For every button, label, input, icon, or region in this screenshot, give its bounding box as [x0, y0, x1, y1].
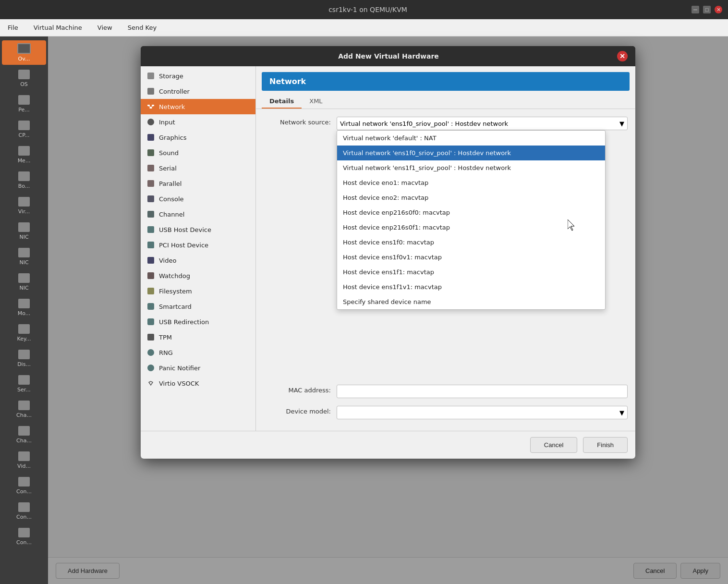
vm-sidebar-label: NIC [19, 234, 28, 240]
dropdown-option-4[interactable]: Host device eno2: macvtap [337, 190, 605, 205]
modal-sidebar-graphics[interactable]: Graphics [141, 130, 255, 145]
vm-sidebar-item-overview[interactable]: Ov... [2, 40, 46, 65]
mac-address-label: MAC address: [264, 385, 331, 394]
network-source-dropdown-list[interactable]: Virtual network 'default' : NAT Virtual … [337, 130, 606, 310]
network-source-value: Virtual network 'ens1f0_sriov_pool' : Ho… [340, 120, 508, 127]
vm-sidebar-item-boot[interactable]: Bo... [2, 169, 46, 192]
dropdown-option-1[interactable]: Virtual network 'ens1f0_sriov_pool' : Ho… [337, 146, 605, 160]
rng-icon [146, 348, 155, 357]
modal-sidebar-tpm[interactable]: TPM [141, 329, 255, 345]
content-area: Add Hardware Cancel Apply Add New Virtua… [48, 36, 728, 584]
modal-close-button[interactable]: ✕ [617, 51, 628, 61]
vm-sidebar-item-disk[interactable]: Dis... [2, 347, 46, 370]
device-model-dropdown[interactable]: ▼ [337, 406, 628, 419]
network-icon [146, 102, 155, 111]
input-icon [146, 118, 155, 126]
mac-address-input[interactable] [337, 385, 628, 398]
menu-virtual-machine[interactable]: Virtual Machine [30, 22, 86, 33]
modal-sidebar-usb-redirect[interactable]: USB Redirection [141, 314, 255, 329]
vm-sidebar-label: NIC [19, 259, 28, 266]
modal-cancel-button[interactable]: Cancel [530, 437, 577, 453]
modal-sidebar-parallel[interactable]: Parallel [141, 176, 255, 191]
modal-sidebar-network[interactable]: Network [141, 99, 255, 114]
dropdown-option-11[interactable]: Specify shared device name [337, 294, 605, 309]
vm-sidebar-label: NIC [19, 285, 28, 291]
modal-sidebar-virtio[interactable]: Virtio VSOCK [141, 376, 255, 391]
vm-sidebar-item-con1[interactable]: Con... [2, 474, 46, 498]
menu-send-key[interactable]: Send Key [124, 22, 160, 33]
vm-sidebar-item-keyboard[interactable]: Key... [2, 321, 46, 345]
pci-host-icon [146, 241, 155, 249]
vm-sidebar-item-channel1[interactable]: Cha... [2, 398, 46, 421]
modal-sidebar-video[interactable]: Video [141, 253, 255, 268]
vm-sidebar-item-os[interactable]: OS [2, 67, 46, 90]
modal-footer: Cancel Finish [141, 431, 635, 459]
dropdown-option-0[interactable]: Virtual network 'default' : NAT [337, 131, 605, 146]
tpm-icon [146, 333, 155, 341]
modal-sidebar-serial[interactable]: Serial [141, 160, 255, 176]
nic3-icon [18, 273, 30, 283]
modal-title: Add New Virtual Hardware [338, 52, 439, 60]
vm-sidebar-item-memory[interactable]: Me... [2, 143, 46, 167]
vm-sidebar-item-nic3[interactable]: NIC [2, 270, 46, 294]
modal-finish-button[interactable]: Finish [583, 437, 628, 453]
modal-sidebar-sound[interactable]: Sound [141, 145, 255, 160]
vm-sidebar-item-virt[interactable]: Vir... [2, 194, 46, 218]
vm-sidebar-item-serial[interactable]: Ser... [2, 372, 46, 396]
sound-icon [146, 148, 155, 157]
graphics-icon [146, 133, 155, 142]
vm-sidebar-label: Vid... [17, 463, 31, 469]
network-source-dropdown[interactable]: Virtual network 'ens1f0_sriov_pool' : Ho… [337, 117, 628, 130]
vm-sidebar-item-cpu[interactable]: CP... [2, 118, 46, 141]
tab-details[interactable]: Details [262, 95, 302, 109]
dropdown-option-8[interactable]: Host device ens1f0v1: macvtap [337, 250, 605, 265]
con1-icon [18, 477, 30, 487]
channel-icon [146, 210, 155, 219]
modal-sidebar-watchdog[interactable]: Watchdog [141, 268, 255, 283]
modal-sidebar-rng[interactable]: RNG [141, 345, 255, 360]
modal-sidebar-channel[interactable]: Channel [141, 207, 255, 222]
dropdown-option-2[interactable]: Virtual network 'ens1f1_sriov_pool' : Ho… [337, 160, 605, 175]
modal-sidebar-label: Console [159, 195, 184, 203]
vm-sidebar-label: Pe... [18, 107, 30, 113]
dropdown-option-9[interactable]: Host device ens1f1: macvtap [337, 265, 605, 280]
vm-sidebar-item-nic2[interactable]: NIC [2, 245, 46, 268]
disk-icon [18, 350, 30, 359]
vm-sidebar-label: CP... [18, 132, 29, 138]
modal-sidebar-usb-host[interactable]: USB Host Device [141, 222, 255, 237]
vm-sidebar-item-channel2[interactable]: Cha... [2, 423, 46, 447]
vm-sidebar-item-nic1[interactable]: NIC [2, 219, 46, 243]
modal-title-bar: Add New Virtual Hardware ✕ [141, 46, 635, 66]
vm-sidebar-item-con2[interactable]: Con... [2, 499, 46, 523]
menu-view[interactable]: View [94, 22, 116, 33]
maximize-button[interactable]: □ [703, 6, 711, 13]
close-button[interactable]: ✕ [715, 6, 722, 13]
modal-sidebar-pci-host[interactable]: PCI Host Device [141, 237, 255, 253]
dropdown-option-6[interactable]: Host device enp216s0f1: macvtap [337, 220, 605, 235]
vm-sidebar-item-performance[interactable]: Pe... [2, 92, 46, 116]
svg-rect-0 [147, 105, 150, 106]
menu-file[interactable]: File [4, 22, 22, 33]
modal-sidebar-input[interactable]: Input [141, 114, 255, 130]
modal-sidebar-console[interactable]: Console [141, 191, 255, 207]
modal-sidebar-label: Storage [159, 73, 183, 80]
svg-line-3 [149, 106, 151, 107]
dropdown-option-5[interactable]: Host device enp216s0f0: macvtap [337, 205, 605, 220]
modal-sidebar-label: USB Redirection [159, 318, 209, 326]
vm-sidebar-item-mouse[interactable]: Mo... [2, 296, 46, 319]
modal-sidebar-panic[interactable]: Panic Notifier [141, 360, 255, 376]
modal-sidebar-filesystem[interactable]: Filesystem [141, 283, 255, 299]
tab-xml[interactable]: XML [302, 95, 330, 109]
vm-sidebar-item-video[interactable]: Vid... [2, 449, 46, 472]
dropdown-option-10[interactable]: Host device ens1f1v1: macvtap [337, 280, 605, 294]
memory-icon [18, 146, 30, 156]
modal-sidebar-smartcard[interactable]: Smartcard [141, 299, 255, 314]
modal-sidebar-label: Graphics [159, 134, 186, 141]
modal-sidebar-controller[interactable]: Controller [141, 84, 255, 99]
modal-sidebar-storage[interactable]: Storage [141, 68, 255, 84]
network-source-trigger[interactable]: Virtual network 'ens1f0_sriov_pool' : Ho… [337, 117, 628, 130]
minimize-button[interactable]: ─ [692, 6, 699, 13]
vm-sidebar-item-con3[interactable]: Con... [2, 525, 46, 548]
dropdown-option-3[interactable]: Host device eno1: macvtap [337, 175, 605, 190]
dropdown-option-7[interactable]: Host device ens1f0: macvtap [337, 235, 605, 250]
